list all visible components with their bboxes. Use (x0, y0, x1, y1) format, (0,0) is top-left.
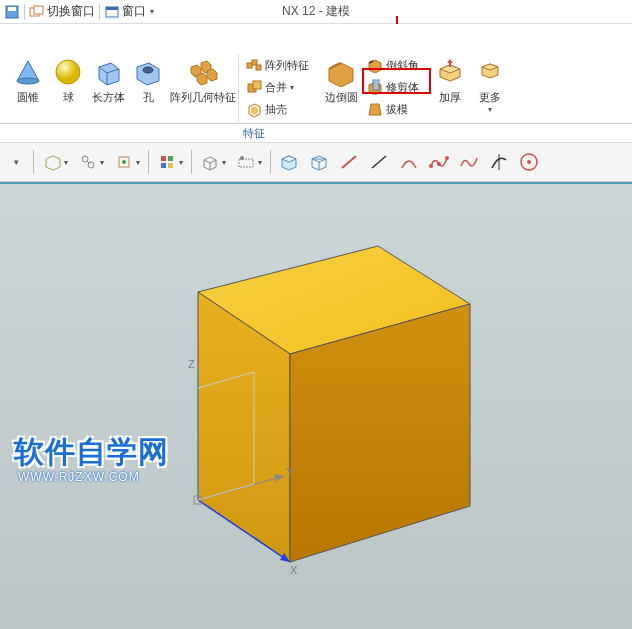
pattern-geometry-icon (187, 56, 219, 88)
svg-rect-23 (253, 81, 261, 89)
pattern-geometry-button[interactable]: 阵列几何特征 (168, 54, 238, 123)
line-tool-button[interactable] (365, 148, 393, 176)
svg-rect-1 (8, 7, 16, 11)
watermark-text: 软件自学网 (14, 432, 169, 473)
svg-point-10 (56, 60, 80, 84)
draft-button[interactable]: 拔模 (364, 98, 422, 120)
viewport-3d[interactable]: X Y Z 软件自学网 WWW.RJZXW.COM (0, 182, 632, 629)
snap-mode-dropdown[interactable]: ▾ (110, 148, 144, 176)
tangent-arc-button[interactable] (485, 148, 513, 176)
window-icon[interactable] (104, 4, 120, 20)
svg-rect-20 (252, 60, 257, 65)
layer-dropdown[interactable]: ▾ (232, 148, 266, 176)
svg-rect-44 (168, 156, 173, 161)
thicken-icon (434, 56, 466, 88)
svg-point-9 (17, 78, 39, 84)
combine-icon (246, 79, 262, 95)
face-filter-button[interactable] (275, 148, 303, 176)
circle-target-button[interactable] (515, 148, 543, 176)
svg-point-42 (122, 160, 126, 164)
svg-marker-38 (46, 156, 60, 170)
save-icon[interactable] (4, 4, 20, 20)
svg-marker-13 (137, 63, 159, 85)
edge-filter-button[interactable] (335, 148, 363, 176)
sphere-button[interactable]: 球 (48, 54, 88, 123)
app-title: NX 12 - 建模 (282, 3, 350, 20)
svg-line-58 (342, 156, 356, 168)
cone-button[interactable]: 圆锥 (8, 54, 48, 123)
cone-icon (12, 56, 44, 88)
svg-point-60 (429, 164, 433, 168)
color-filter-dropdown[interactable]: ▾ (153, 148, 187, 176)
dropdown-arrow-icon[interactable]: ▾ (4, 157, 29, 167)
model-render: X Y Z (0, 184, 632, 629)
spline-point-button[interactable] (425, 148, 453, 176)
selection-toolbar: ▾ ▾ ▾ ▾ ▾ ▾ ▾ (0, 142, 632, 182)
sphere-icon (52, 56, 84, 88)
switch-window-icon[interactable] (29, 4, 45, 20)
watermark-url: WWW.RJZXW.COM (18, 470, 140, 484)
trim-body-button[interactable]: 修剪体 (364, 76, 422, 98)
svg-marker-35 (447, 59, 453, 63)
edge-blend-icon (325, 56, 357, 88)
view-cube-dropdown[interactable]: ▾ (196, 148, 230, 176)
hole-icon (132, 56, 164, 88)
svg-text:Y: Y (286, 466, 294, 478)
trim-body-icon (367, 79, 383, 95)
svg-line-59 (372, 156, 386, 168)
ribbon: 圆锥 球 长方体 孔 阵列几何特征 (0, 24, 632, 124)
svg-rect-51 (239, 159, 253, 167)
spline-button[interactable] (455, 148, 483, 176)
pattern-feature-icon (246, 57, 262, 73)
svg-marker-18 (197, 73, 207, 85)
arc-tool-button[interactable] (395, 148, 423, 176)
svg-line-49 (210, 160, 216, 163)
shell-button[interactable]: 抽壳 (243, 98, 312, 120)
svg-text:Z: Z (188, 358, 195, 370)
dropdown-arrow-icon[interactable]: ▾ (150, 7, 154, 16)
thicken-button[interactable]: 加厚 (430, 54, 470, 123)
svg-rect-46 (168, 163, 173, 168)
svg-rect-45 (161, 163, 166, 168)
switch-window-label[interactable]: 切换窗口 (47, 3, 95, 20)
svg-line-48 (204, 160, 210, 163)
draft-icon (367, 101, 383, 117)
svg-marker-56 (312, 159, 326, 162)
cuboid-icon (92, 56, 124, 88)
svg-text:X: X (290, 564, 298, 576)
svg-line-41 (87, 161, 89, 163)
svg-marker-17 (207, 69, 217, 81)
svg-rect-3 (34, 6, 43, 14)
cuboid-button[interactable]: 长方体 (88, 54, 128, 123)
separator (238, 54, 239, 124)
svg-marker-11 (99, 63, 119, 85)
svg-marker-31 (369, 104, 381, 115)
combine-button[interactable]: 合并 ▾ (243, 76, 312, 98)
svg-point-65 (527, 160, 531, 164)
svg-marker-25 (251, 106, 258, 115)
shell-icon (246, 101, 262, 117)
more-icon (474, 56, 506, 88)
more-button[interactable]: 更多 ▾ (470, 54, 510, 123)
separator (99, 4, 100, 20)
body-filter-button[interactable] (305, 148, 333, 176)
feature-small-column-2: 倒斜角 修剪体 拔模 (364, 54, 422, 123)
edge-blend-button[interactable]: 边倒圆 (318, 54, 364, 123)
window-menu-label[interactable]: 窗口 (122, 3, 146, 20)
select-scope-dropdown[interactable]: ▾ (74, 148, 108, 176)
filter-type-dropdown[interactable]: ▾ (38, 148, 72, 176)
chamfer-button[interactable]: 倒斜角 (364, 54, 422, 76)
separator (24, 4, 25, 20)
svg-rect-21 (256, 65, 261, 70)
svg-point-61 (437, 162, 441, 166)
pattern-feature-button[interactable]: 阵列特征 (243, 54, 312, 76)
svg-point-14 (143, 67, 153, 73)
title-bar: 切换窗口 窗口 ▾ NX 12 - 建模 (0, 0, 632, 24)
svg-rect-43 (161, 156, 166, 161)
feature-small-column-1: 阵列特征 合并 ▾ 抽壳 (243, 54, 312, 123)
ribbon-group-label: 特征 (0, 124, 508, 143)
hole-button[interactable]: 孔 (128, 54, 168, 123)
svg-rect-5 (106, 7, 118, 10)
svg-rect-19 (247, 63, 252, 68)
svg-point-52 (240, 156, 244, 160)
